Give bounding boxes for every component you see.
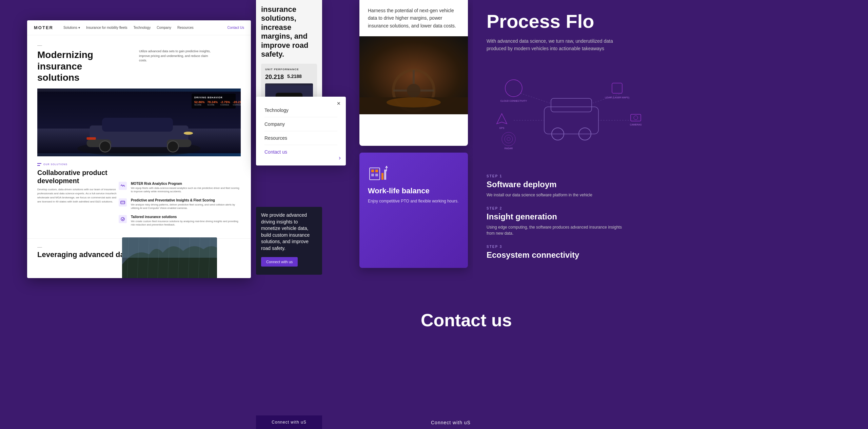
connect-footer: Connect with uS — [256, 415, 322, 429]
db-metric-label-4: CHANGE — [233, 104, 241, 106]
nav-insurance[interactable]: Insurance for mobility fleets — [86, 26, 127, 30]
svg-point-38 — [387, 97, 441, 108]
solutions-description: Develop custom, data-driven solutions wi… — [37, 188, 119, 204]
svg-point-65 — [507, 137, 510, 141]
popup-close-button[interactable]: ✕ — [337, 101, 341, 106]
db-title: DRIVING BEHAVIOR — [194, 96, 233, 99]
work-life-icon — [368, 161, 388, 181]
svg-point-33 — [407, 84, 420, 97]
popup-nav-contact[interactable]: Contact us — [264, 145, 337, 159]
svg-rect-48 — [551, 98, 592, 112]
work-life-title: Work-life balance — [368, 187, 459, 195]
svg-rect-57 — [612, 83, 622, 93]
db-metric-label-2: SCORE — [208, 104, 218, 106]
popup-nav-technology[interactable]: Technology — [264, 103, 337, 117]
svg-point-7 — [100, 141, 111, 152]
popup-nav-items: Technology Company Resources Contact us — [256, 97, 346, 165]
svg-rect-13 — [121, 201, 125, 204]
solution-text-3: Tailored insurance solutions We create c… — [131, 215, 241, 227]
process-title: Process Flo — [473, 0, 868, 37]
hero-car-image: DRIVING BEHAVIOR 52.86% SCORE 78.24% SCO… — [37, 89, 241, 156]
solution-text-1: MOTER Risk Analytics Program We equip fl… — [131, 182, 241, 194]
svg-rect-45 — [384, 170, 386, 180]
svg-text:RADAR: RADAR — [505, 147, 513, 150]
popup-menu: ✕ Technology Company Resources Contact u… — [256, 97, 346, 165]
mobile-bottom-section: We provide advanced driving insights to … — [256, 207, 322, 275]
center-right-car-image — [359, 36, 468, 114]
svg-text:GPS: GPS — [499, 127, 505, 129]
db-metric-label-1: SCORE — [194, 104, 205, 106]
right-process-panel: Process Flo With advanced data science, … — [473, 0, 868, 429]
svg-rect-12 — [37, 165, 40, 166]
center-right-description: Harness the potential of next-gen vehicl… — [359, 0, 468, 36]
connect-with-us-button[interactable]: Connect with us — [261, 257, 298, 267]
hero-description: Utilize advanced data sets to gain predi… — [139, 49, 214, 63]
site-hero-section: Modernizing insurance solutions Utilize … — [27, 35, 251, 156]
solution-text-2: Predictive and Preventative Insights & F… — [131, 198, 241, 210]
svg-text:CAMERAS: CAMERAS — [630, 123, 642, 126]
step-1: STEP 1 Software deploym We install our d… — [487, 174, 854, 198]
bottom-car-image — [122, 237, 217, 278]
work-life-balance-card: Work-life balance Enjoy competitive PTO … — [359, 153, 468, 268]
svg-point-15 — [121, 217, 124, 221]
mobile-hero-text: insurance solutions, increase margins, a… — [261, 5, 317, 59]
unit-perf-numbers: 20.218 5.2188 — [265, 74, 313, 81]
popup-next-arrow[interactable]: › — [339, 154, 341, 161]
popup-nav-resources[interactable]: Resources — [264, 131, 337, 145]
step-2: STEP 2 Insight generation Using edge com… — [487, 207, 854, 236]
solutions-section: OUR SOLUTIONS Collaborative product deve… — [27, 156, 251, 238]
nav-company[interactable]: Company — [157, 26, 171, 30]
db-metric-3: -2.75% — [220, 100, 230, 104]
solution-icon-3 — [119, 215, 127, 223]
nav-contact[interactable]: Contact Us — [228, 26, 244, 30]
hero-title: Modernizing insurance solutions — [37, 49, 125, 83]
solution-icon-1 — [119, 182, 127, 190]
work-life-description: Enjoy competitive PTO and flexible worki… — [368, 198, 459, 204]
connect-with-us-footer-text: Connect with uS — [431, 420, 471, 425]
contact-us-heading: Contact us — [421, 310, 567, 330]
step-3-label: STEP 3 — [487, 245, 854, 249]
svg-point-64 — [505, 135, 513, 143]
solution-item-1: MOTER Risk Analytics Program We equip fl… — [119, 182, 241, 194]
db-metric-1: 52.86% — [194, 100, 205, 104]
svg-point-63 — [502, 132, 515, 146]
step-3-title: Ecosystem connectivity — [487, 250, 854, 260]
svg-rect-43 — [375, 174, 378, 176]
db-metrics: 52.86% SCORE 78.24% SCORE -2.75% CHANGE … — [194, 100, 233, 106]
solutions-tag: OUR SOLUTIONS — [37, 163, 241, 166]
popup-nav-company[interactable]: Company — [264, 117, 337, 131]
solutions-title: Collaborative product development — [37, 169, 112, 185]
interior-svg — [359, 36, 468, 114]
solution-item-3: Tailored insurance solutions We create c… — [119, 215, 241, 227]
svg-rect-10 — [86, 137, 96, 139]
process-subtitle: With advanced data science, we turn raw,… — [473, 37, 636, 63]
nav-solutions[interactable]: Solutions ▾ — [63, 26, 80, 30]
solution-icon-2 — [119, 198, 127, 207]
driving-behavior-overlay: DRIVING BEHAVIOR 52.86% SCORE 78.24% SCO… — [192, 94, 236, 109]
unit-perf-num1: 20.218 — [265, 74, 284, 81]
db-metric-2: 78.24% — [208, 100, 218, 104]
rain-scene-svg — [122, 237, 217, 278]
contact-us-section: Contact us — [421, 310, 567, 330]
site-logo: MOTER — [34, 25, 53, 30]
hero-tag — [37, 45, 241, 46]
step-2-label: STEP 2 — [487, 207, 854, 210]
svg-point-8 — [167, 141, 179, 152]
svg-rect-40 — [371, 170, 374, 172]
data-section: Leveraging advanced data sets — [27, 238, 251, 273]
svg-point-61 — [634, 116, 638, 120]
nav-links: Solutions ▾ Insurance for mobility fleet… — [63, 26, 228, 30]
svg-point-55 — [505, 80, 522, 97]
db-metric-4: -20.21% — [233, 100, 241, 104]
nav-resources[interactable]: Resources — [177, 26, 194, 30]
nav-technology[interactable]: Technology — [134, 26, 151, 30]
step-1-description: We install our data science software pla… — [487, 192, 629, 198]
work-life-svg — [368, 161, 388, 181]
svg-point-9 — [184, 132, 193, 135]
site-navigation: MOTER Solutions ▾ Insurance for mobility… — [27, 20, 251, 35]
solution-item-2: Predictive and Preventative Insights & F… — [119, 198, 241, 210]
center-right-panel: Harness the potential of next-gen vehicl… — [359, 0, 468, 146]
step-2-title: Insight generation — [487, 212, 854, 221]
unit-perf-title: UNIT PERFORMANCE — [265, 68, 313, 71]
connect-with-us-text: Connect with uS — [272, 420, 306, 425]
